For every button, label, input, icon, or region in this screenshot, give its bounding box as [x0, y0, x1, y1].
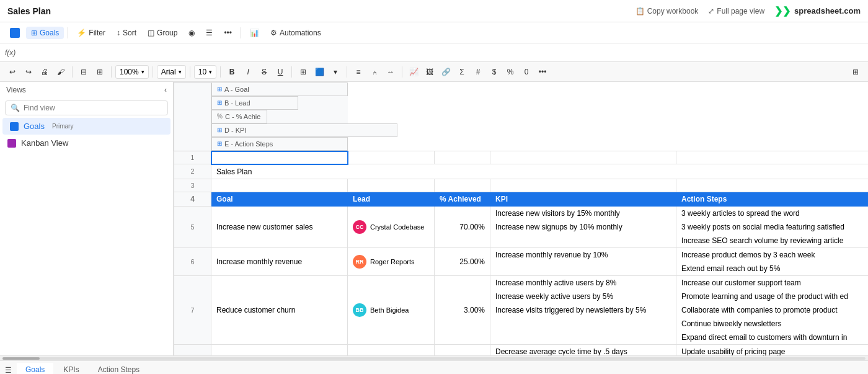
number-button[interactable]: #	[471, 65, 485, 79]
cell-action-5a[interactable]: 3 weekly articles to spread the word	[676, 206, 869, 220]
automations-button[interactable]: ⚙ Automations	[265, 27, 326, 39]
hide-button[interactable]: ◉	[184, 27, 200, 39]
cell-kpi-7c[interactable]: Increase visits triggered by newsletters…	[490, 303, 676, 317]
full-page-view-button[interactable]: ⤢ Full page view	[708, 7, 764, 16]
home-button[interactable]	[5, 26, 25, 40]
copy-workbook-button[interactable]: 📋 Copy workbook	[636, 7, 699, 16]
cell-action-7a[interactable]: Increase our customer support team	[676, 275, 869, 290]
borders-button[interactable]: ⊞	[296, 65, 311, 79]
underline-button[interactable]: U	[273, 65, 288, 79]
cell-a3[interactable]	[211, 179, 348, 192]
col-header-c[interactable]: % C - % Achie	[211, 110, 267, 123]
redo-button[interactable]: ↪	[21, 65, 36, 79]
cell-action-7d[interactable]: Continue biweekly newsletters	[676, 317, 869, 331]
cell-kpi-7b[interactable]: Increase weekly active users by 5%	[490, 290, 676, 303]
sidebar-item-kanban[interactable]: Kanban View	[0, 135, 173, 151]
cell-action-6b[interactable]: Extend email reach out by 5%	[676, 262, 869, 276]
bold-button[interactable]: B	[224, 65, 239, 79]
more-format-button[interactable]: ▾	[328, 65, 343, 79]
wrap-button[interactable]: ↔	[383, 65, 398, 79]
cell-lead-8[interactable]: PP Peter Perfcycle	[348, 344, 435, 355]
cell-achieved-5[interactable]: 70.00%	[435, 206, 490, 247]
cell-achieved-header[interactable]: % Achieved	[435, 192, 490, 206]
align-button[interactable]: ≡	[351, 65, 366, 79]
expand-toolbar-button[interactable]: ⊞	[848, 65, 863, 79]
cell-kpi-5b[interactable]: Increase new signups by 10% monthly	[490, 220, 676, 234]
cell-action-7e[interactable]: Expand direct email to customers with do…	[676, 331, 869, 345]
cell-lead-5[interactable]: CC Crystal Codebase	[348, 206, 435, 247]
currency-button[interactable]: $	[487, 65, 502, 79]
print-button[interactable]: 🖨	[37, 65, 52, 79]
cell-d3[interactable]	[490, 179, 676, 192]
strikethrough-button[interactable]: S	[257, 65, 272, 79]
cell-kpi-header[interactable]: KPI	[490, 192, 676, 206]
col-header-a[interactable]: ⊞ A - Goal	[211, 82, 348, 96]
hamburger-button[interactable]: ☰	[5, 366, 12, 375]
valign-button[interactable]: ⍲	[367, 65, 382, 79]
cell-c1[interactable]	[435, 151, 490, 164]
more-button[interactable]: •••	[219, 27, 237, 39]
cell-kpi-7a[interactable]: Increase monthly active users by 8%	[490, 275, 676, 290]
sort-button[interactable]: ↕ Sort	[112, 27, 141, 39]
merge-right-button[interactable]: ⊞	[92, 65, 107, 79]
cell-achieved-8[interactable]: 45.00%	[435, 344, 490, 355]
cell-kpi-6b[interactable]	[490, 262, 676, 276]
cell-goal-5[interactable]: Increase new customer sales	[211, 206, 348, 247]
italic-button[interactable]: I	[241, 65, 255, 79]
sidebar-search[interactable]: 🔍	[5, 100, 168, 115]
size-select[interactable]: 10 ▾	[194, 65, 216, 79]
goals-table-button[interactable]: ⊞ Goals	[26, 27, 64, 39]
undo-button[interactable]: ↩	[5, 65, 20, 79]
cell-action-5c[interactable]: Increase SEO search volume by reviewing …	[676, 234, 869, 248]
search-input[interactable]	[24, 104, 162, 112]
cell-action-7b[interactable]: Promote learning and usage of the produc…	[676, 290, 869, 303]
tab-goals[interactable]: Goals	[17, 363, 53, 375]
cell-action-6a[interactable]: Increase product demos by 3 each week	[676, 247, 869, 262]
cell-kpi-8a[interactable]: Decrease average cycle time by .5 days	[490, 344, 676, 355]
cell-goal-header[interactable]: Goal	[211, 192, 348, 206]
tab-kpis[interactable]: KPIs	[55, 363, 87, 375]
cell-goal-8[interactable]: Reduce cycle time	[211, 344, 348, 355]
cell-achieved-6[interactable]: 25.00%	[435, 247, 490, 275]
scrollbar-track[interactable]	[2, 357, 866, 360]
chart2-button[interactable]: 📈	[406, 65, 421, 79]
cell-kpi-7d[interactable]	[490, 317, 676, 331]
cell-e3[interactable]	[676, 179, 869, 192]
cell-kpi-5c[interactable]	[490, 234, 676, 248]
cell-kpi-6a[interactable]: Increase monthly revenue by 10%	[490, 247, 676, 262]
cell-b1[interactable]	[348, 151, 435, 164]
cell-action-7c[interactable]: Collaborate with companies to promote pr…	[676, 303, 869, 317]
cell-b3[interactable]	[348, 179, 435, 192]
image-button[interactable]: 🖼	[422, 65, 437, 79]
cell-title[interactable]: Sales Plan	[211, 164, 869, 179]
decimal-button[interactable]: 0	[519, 65, 534, 79]
cell-goal-7[interactable]: Reduce customer churn	[211, 275, 348, 344]
cell-action-5b[interactable]: 3 weekly posts on social media featuring…	[676, 220, 869, 234]
paint-button[interactable]: 🖌	[53, 65, 68, 79]
zoom-select[interactable]: 100% ▾	[115, 65, 149, 79]
tab-action-steps[interactable]: Action Steps	[89, 363, 148, 375]
bg-color-button[interactable]: 🟦	[312, 65, 327, 79]
group-button[interactable]: ◫ Group	[143, 27, 182, 39]
cell-d1[interactable]	[490, 151, 676, 164]
col-header-e[interactable]: ⊞ E - Action Steps	[211, 137, 348, 151]
cell-c3[interactable]	[435, 179, 490, 192]
more-format2-button[interactable]: •••	[535, 65, 550, 79]
percent-button[interactable]: %	[503, 65, 518, 79]
sidebar-collapse-button[interactable]: ‹	[164, 86, 167, 94]
scrollbar-thumb[interactable]	[2, 357, 40, 360]
sum-button[interactable]: Σ	[454, 65, 469, 79]
row-height-button[interactable]: ☰	[201, 27, 218, 39]
cell-lead-header[interactable]: Lead	[348, 192, 435, 206]
cell-kpi-7e[interactable]	[490, 331, 676, 345]
col-header-b[interactable]: ⊞ B - Lead	[211, 96, 298, 110]
filter-button[interactable]: ⚡ Filter	[72, 27, 110, 39]
cell-action-header[interactable]: Action Steps	[676, 192, 869, 206]
sidebar-item-goals[interactable]: Goals Primary	[2, 118, 170, 135]
font-select[interactable]: Arial ▾	[157, 65, 186, 79]
cell-lead-7[interactable]: BB Beth Bigidea	[348, 275, 435, 344]
formula-input[interactable]	[20, 48, 863, 57]
merge-left-button[interactable]: ⊟	[76, 65, 91, 79]
cell-lead-6[interactable]: RR Roger Reports	[348, 247, 435, 275]
link-button[interactable]: 🔗	[438, 65, 453, 79]
